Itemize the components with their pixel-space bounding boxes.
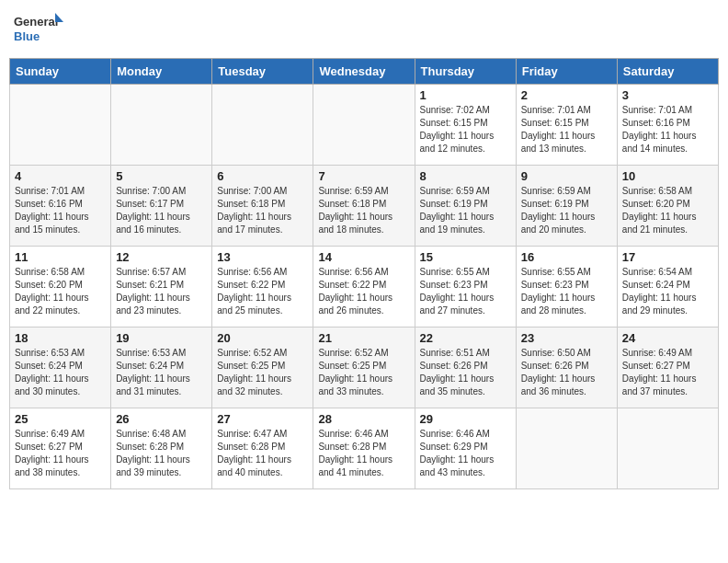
day-info: Sunrise: 6:46 AMSunset: 6:29 PMDaylight:…: [420, 428, 511, 479]
calendar-week-row: 25Sunrise: 6:49 AMSunset: 6:27 PMDayligh…: [10, 408, 719, 489]
day-info: Sunrise: 6:46 AMSunset: 6:28 PMDaylight:…: [318, 428, 409, 479]
day-number: 25: [15, 412, 106, 426]
day-info: Sunrise: 6:51 AMSunset: 6:26 PMDaylight:…: [420, 347, 511, 398]
calendar-cell: [617, 408, 718, 489]
logo: General Blue: [13, 9, 63, 51]
calendar-week-row: 11Sunrise: 6:58 AMSunset: 6:20 PMDayligh…: [10, 247, 719, 327]
day-number: 19: [116, 331, 207, 345]
day-info: Sunrise: 7:02 AMSunset: 6:15 PMDaylight:…: [420, 104, 511, 155]
calendar-week-row: 18Sunrise: 6:53 AMSunset: 6:24 PMDayligh…: [10, 327, 719, 408]
header-monday: Monday: [111, 59, 212, 85]
page-header: General Blue: [9, 9, 719, 51]
calendar-cell: 11Sunrise: 6:58 AMSunset: 6:20 PMDayligh…: [10, 247, 111, 327]
day-info: Sunrise: 7:01 AMSunset: 6:15 PMDaylight:…: [521, 104, 612, 155]
day-info: Sunrise: 7:00 AMSunset: 6:17 PMDaylight:…: [116, 185, 207, 236]
calendar-cell: 29Sunrise: 6:46 AMSunset: 6:29 PMDayligh…: [415, 408, 516, 489]
calendar-cell: 10Sunrise: 6:58 AMSunset: 6:20 PMDayligh…: [617, 166, 718, 247]
calendar-cell: 16Sunrise: 6:55 AMSunset: 6:23 PMDayligh…: [516, 247, 617, 327]
calendar-cell: 18Sunrise: 6:53 AMSunset: 6:24 PMDayligh…: [10, 327, 111, 408]
day-number: 14: [318, 250, 409, 264]
day-number: 12: [116, 250, 207, 264]
calendar-cell: 13Sunrise: 6:56 AMSunset: 6:22 PMDayligh…: [212, 247, 313, 327]
day-number: 17: [622, 250, 713, 264]
calendar-cell: 27Sunrise: 6:47 AMSunset: 6:28 PMDayligh…: [212, 408, 313, 489]
day-info: Sunrise: 6:54 AMSunset: 6:24 PMDaylight:…: [622, 266, 713, 317]
calendar-cell: 17Sunrise: 6:54 AMSunset: 6:24 PMDayligh…: [617, 247, 718, 327]
day-number: 28: [318, 412, 409, 426]
day-info: Sunrise: 6:59 AMSunset: 6:19 PMDaylight:…: [420, 185, 511, 236]
header-tuesday: Tuesday: [212, 59, 313, 85]
day-info: Sunrise: 6:53 AMSunset: 6:24 PMDaylight:…: [15, 347, 106, 398]
svg-text:General: General: [14, 15, 58, 29]
day-info: Sunrise: 6:48 AMSunset: 6:28 PMDaylight:…: [116, 428, 207, 479]
calendar-cell: 28Sunrise: 6:46 AMSunset: 6:28 PMDayligh…: [313, 408, 415, 489]
day-info: Sunrise: 7:00 AMSunset: 6:18 PMDaylight:…: [217, 185, 308, 236]
day-info: Sunrise: 7:01 AMSunset: 6:16 PMDaylight:…: [622, 104, 713, 155]
header-thursday: Thursday: [415, 59, 516, 85]
header-friday: Friday: [516, 59, 617, 85]
calendar-cell: 26Sunrise: 6:48 AMSunset: 6:28 PMDayligh…: [111, 408, 212, 489]
day-info: Sunrise: 6:57 AMSunset: 6:21 PMDaylight:…: [116, 266, 207, 317]
calendar-cell: [111, 85, 212, 166]
calendar-cell: 22Sunrise: 6:51 AMSunset: 6:26 PMDayligh…: [415, 327, 516, 408]
day-number: 6: [217, 169, 308, 183]
day-number: 9: [521, 169, 612, 183]
day-number: 10: [622, 169, 713, 183]
calendar-cell: 7Sunrise: 6:59 AMSunset: 6:18 PMDaylight…: [313, 166, 415, 247]
calendar-cell: 6Sunrise: 7:00 AMSunset: 6:18 PMDaylight…: [212, 166, 313, 247]
day-info: Sunrise: 6:52 AMSunset: 6:25 PMDaylight:…: [217, 347, 308, 398]
svg-marker-2: [55, 13, 63, 22]
calendar-week-row: 4Sunrise: 7:01 AMSunset: 6:16 PMDaylight…: [10, 166, 719, 247]
day-info: Sunrise: 6:49 AMSunset: 6:27 PMDaylight:…: [15, 428, 106, 479]
day-info: Sunrise: 6:55 AMSunset: 6:23 PMDaylight:…: [420, 266, 511, 317]
calendar-cell: 14Sunrise: 6:56 AMSunset: 6:22 PMDayligh…: [313, 247, 415, 327]
calendar-cell: 12Sunrise: 6:57 AMSunset: 6:21 PMDayligh…: [111, 247, 212, 327]
day-info: Sunrise: 7:01 AMSunset: 6:16 PMDaylight:…: [15, 185, 106, 236]
calendar-cell: 15Sunrise: 6:55 AMSunset: 6:23 PMDayligh…: [415, 247, 516, 327]
day-number: 8: [420, 169, 511, 183]
day-number: 21: [318, 331, 409, 345]
day-number: 26: [116, 412, 207, 426]
calendar-table: SundayMondayTuesdayWednesdayThursdayFrid…: [9, 58, 719, 489]
day-info: Sunrise: 6:58 AMSunset: 6:20 PMDaylight:…: [622, 185, 713, 236]
day-number: 29: [420, 412, 511, 426]
calendar-cell: 8Sunrise: 6:59 AMSunset: 6:19 PMDaylight…: [415, 166, 516, 247]
calendar-cell: [212, 85, 313, 166]
day-info: Sunrise: 6:50 AMSunset: 6:26 PMDaylight:…: [521, 347, 612, 398]
day-info: Sunrise: 6:55 AMSunset: 6:23 PMDaylight:…: [521, 266, 612, 317]
day-number: 1: [420, 88, 511, 102]
day-info: Sunrise: 6:47 AMSunset: 6:28 PMDaylight:…: [217, 428, 308, 479]
day-number: 15: [420, 250, 511, 264]
day-number: 3: [622, 88, 713, 102]
day-number: 27: [217, 412, 308, 426]
calendar-cell: 5Sunrise: 7:00 AMSunset: 6:17 PMDaylight…: [111, 166, 212, 247]
calendar-cell: [313, 85, 415, 166]
day-number: 13: [217, 250, 308, 264]
calendar-cell: 3Sunrise: 7:01 AMSunset: 6:16 PMDaylight…: [617, 85, 718, 166]
calendar-cell: [516, 408, 617, 489]
calendar-cell: 20Sunrise: 6:52 AMSunset: 6:25 PMDayligh…: [212, 327, 313, 408]
day-number: 2: [521, 88, 612, 102]
calendar-cell: 23Sunrise: 6:50 AMSunset: 6:26 PMDayligh…: [516, 327, 617, 408]
calendar-cell: 21Sunrise: 6:52 AMSunset: 6:25 PMDayligh…: [313, 327, 415, 408]
calendar-cell: [10, 85, 111, 166]
header-sunday: Sunday: [10, 59, 111, 85]
calendar-cell: 4Sunrise: 7:01 AMSunset: 6:16 PMDaylight…: [10, 166, 111, 247]
calendar-header-row: SundayMondayTuesdayWednesdayThursdayFrid…: [10, 59, 719, 85]
day-number: 4: [15, 169, 106, 183]
day-number: 7: [318, 169, 409, 183]
header-saturday: Saturday: [617, 59, 718, 85]
calendar-cell: 1Sunrise: 7:02 AMSunset: 6:15 PMDaylight…: [415, 85, 516, 166]
calendar-cell: 25Sunrise: 6:49 AMSunset: 6:27 PMDayligh…: [10, 408, 111, 489]
calendar-cell: 24Sunrise: 6:49 AMSunset: 6:27 PMDayligh…: [617, 327, 718, 408]
header-wednesday: Wednesday: [313, 59, 415, 85]
day-info: Sunrise: 6:56 AMSunset: 6:22 PMDaylight:…: [217, 266, 308, 317]
day-info: Sunrise: 6:58 AMSunset: 6:20 PMDaylight:…: [15, 266, 106, 317]
day-number: 24: [622, 331, 713, 345]
day-info: Sunrise: 6:59 AMSunset: 6:18 PMDaylight:…: [318, 185, 409, 236]
calendar-week-row: 1Sunrise: 7:02 AMSunset: 6:15 PMDaylight…: [10, 85, 719, 166]
day-info: Sunrise: 6:49 AMSunset: 6:27 PMDaylight:…: [622, 347, 713, 398]
day-number: 11: [15, 250, 106, 264]
logo-svg: General Blue: [13, 9, 63, 51]
svg-text:Blue: Blue: [14, 29, 40, 43]
